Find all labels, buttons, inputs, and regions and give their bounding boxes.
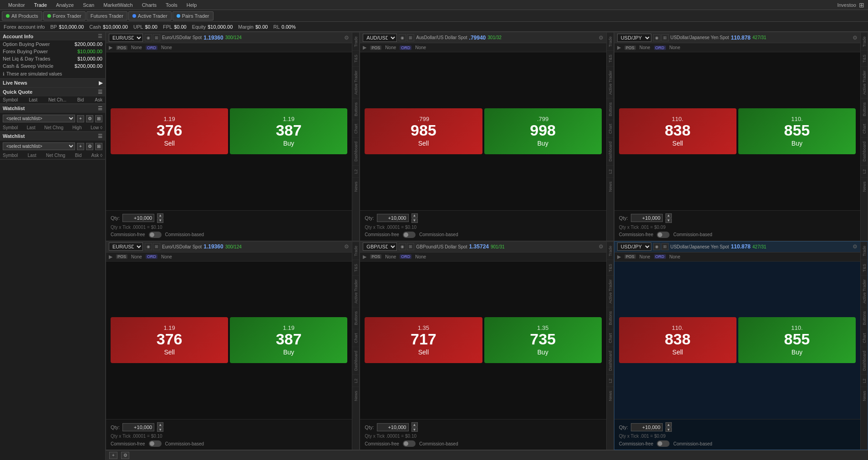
qty-input-panel-audusd-1[interactable]	[377, 214, 409, 222]
qty-down-panel-audusd-1[interactable]: ▼	[411, 218, 418, 223]
watchlist1-config-btn[interactable]: ⚙	[86, 115, 93, 122]
qty-down-panel-usdjpy-2[interactable]: ▼	[665, 427, 672, 432]
qty-up-panel-eurusd-2[interactable]: ▲	[157, 422, 163, 427]
side-tab-l2-panel-eurusd-2[interactable]: L2	[352, 374, 359, 387]
side-tab-l2-panel-usdjpy-2[interactable]: L2	[861, 374, 868, 387]
side-tab-trade-panel-usdjpy-1[interactable]: Trade	[861, 32, 868, 51]
qty-input-panel-gbpusd-1[interactable]	[377, 423, 409, 431]
side-tab-active-trader-panel-audusd-1[interactable]: Active Trader	[607, 66, 614, 98]
futures-trader-btn[interactable]: Futures Trader	[86, 11, 127, 20]
comm-toggle-panel-eurusd-1[interactable]	[149, 232, 162, 238]
qty-input-panel-eurusd-1[interactable]	[122, 214, 154, 222]
pair-select-panel-usdjpy-2[interactable]: USD/JPY	[617, 243, 651, 251]
sell-button-panel-gbpusd-1[interactable]: 1.35717 Sell	[365, 317, 482, 363]
panel-expand-btn-panel-eurusd-2[interactable]: ⊞	[153, 243, 160, 250]
comm-toggle-panel-gbpusd-1[interactable]	[403, 440, 416, 447]
panel-settings-btn-panel-gbpusd-1[interactable]: ⚙	[599, 243, 604, 250]
side-tab-news-panel-usdjpy-2[interactable]: News	[861, 387, 868, 405]
watchlist2-add-btn[interactable]: +	[77, 143, 84, 150]
account-info-menu-icon[interactable]: ☰	[98, 33, 102, 39]
watchlist1-select[interactable]: <select watchlist>	[3, 115, 75, 122]
panel-expand-btn-panel-eurusd-1[interactable]: ⊞	[153, 34, 160, 41]
pairs-trader-btn[interactable]: Pairs Trader	[173, 11, 213, 20]
panel-pin-btn-panel-eurusd-2[interactable]: ◉	[145, 243, 152, 250]
qty-input-panel-usdjpy-2[interactable]	[631, 423, 663, 431]
grid-icon[interactable]: ⊞	[859, 1, 864, 9]
panel-settings-btn-panel-audusd-1[interactable]: ⚙	[599, 35, 604, 41]
top-nav-item-monitor[interactable]: Monitor	[4, 0, 30, 10]
side-tab-dashboard-panel-eurusd-1[interactable]: Dashboard	[352, 137, 359, 165]
panel-settings-btn-panel-eurusd-2[interactable]: ⚙	[344, 243, 349, 250]
side-tab-dashboard-panel-audusd-1[interactable]: Dashboard	[607, 137, 614, 165]
side-tab-news-panel-gbpusd-1[interactable]: News	[607, 387, 614, 405]
qty-down-panel-eurusd-2[interactable]: ▼	[157, 427, 163, 432]
watchlist1-header[interactable]: Watchlist ☰	[0, 104, 105, 113]
qty-up-panel-usdjpy-1[interactable]: ▲	[665, 213, 672, 218]
expand-arrow-panel-audusd-1[interactable]: ▶	[363, 45, 366, 51]
side-tab-chart-panel-eurusd-1[interactable]: Chart	[352, 120, 359, 137]
watchlist2-grid-btn[interactable]: ⊞	[95, 143, 102, 150]
sell-button-panel-usdjpy-2[interactable]: 110.838 Sell	[619, 317, 736, 363]
watchlist2-header[interactable]: Watchlist ☰	[0, 132, 105, 141]
panel-pin-btn-panel-usdjpy-2[interactable]: ◉	[653, 243, 660, 250]
expand-arrow-panel-gbpusd-1[interactable]: ▶	[363, 254, 366, 260]
panel-expand-btn-panel-gbpusd-1[interactable]: ⊞	[407, 243, 414, 250]
panel-pin-btn-panel-usdjpy-1[interactable]: ◉	[653, 34, 660, 41]
side-tab-news-panel-eurusd-2[interactable]: News	[352, 387, 359, 405]
expand-arrow-panel-usdjpy-1[interactable]: ▶	[617, 45, 621, 51]
side-tab-news-panel-eurusd-1[interactable]: News	[352, 177, 359, 196]
expand-arrow-panel-eurusd-2[interactable]: ▶	[109, 254, 112, 260]
top-nav-item-marketwatch[interactable]: MarketWatch	[99, 0, 137, 10]
top-nav-item-charts[interactable]: Charts	[137, 0, 161, 10]
side-tab-trade-panel-audusd-1[interactable]: Trade	[607, 32, 614, 51]
account-info-header[interactable]: Account Info ☰	[0, 32, 105, 40]
side-tab-l2-panel-usdjpy-1[interactable]: L2	[861, 165, 868, 177]
side-tab-chart-panel-usdjpy-1[interactable]: Chart	[861, 120, 868, 137]
pair-select-panel-usdjpy-1[interactable]: USD/JPY	[617, 34, 651, 42]
buy-button-panel-eurusd-1[interactable]: 1.19387 Buy	[230, 108, 347, 154]
active-trader-btn[interactable]: Active Trader	[128, 11, 172, 20]
side-tab-active-trader-panel-eurusd-1[interactable]: Active Trader	[352, 66, 359, 98]
side-tab-l2-panel-gbpusd-1[interactable]: L2	[607, 374, 614, 387]
pair-select-panel-gbpusd-1[interactable]: GBP/USD	[363, 243, 397, 251]
qty-up-panel-eurusd-1[interactable]: ▲	[157, 213, 163, 218]
qty-input-panel-usdjpy-1[interactable]	[631, 214, 663, 222]
panel-expand-btn-panel-usdjpy-2[interactable]: ⊞	[661, 243, 669, 250]
side-tab-trade-panel-usdjpy-2[interactable]: Trade	[861, 242, 868, 260]
comm-toggle-panel-eurusd-2[interactable]	[149, 440, 162, 447]
live-news-header[interactable]: Live News ▶	[0, 79, 105, 87]
qty-down-panel-eurusd-1[interactable]: ▼	[157, 218, 163, 223]
watchlist1-grid-btn[interactable]: ⊞	[95, 115, 102, 122]
all-products-btn[interactable]: All Products	[2, 11, 42, 20]
side-tab-buttons-panel-eurusd-2[interactable]: Buttons	[352, 307, 359, 329]
panel-settings-btn-panel-eurusd-1[interactable]: ⚙	[344, 35, 349, 41]
panel-settings-btn-panel-usdjpy-2[interactable]: ⚙	[853, 243, 858, 250]
watchlist2-config-btn[interactable]: ⚙	[86, 143, 93, 150]
side-tab-l2-panel-audusd-1[interactable]: L2	[607, 165, 614, 177]
panel-settings-btn-panel-usdjpy-1[interactable]: ⚙	[853, 35, 858, 41]
qty-down-panel-gbpusd-1[interactable]: ▼	[411, 427, 418, 432]
side-tab-dashboard-panel-usdjpy-1[interactable]: Dashboard	[861, 137, 868, 165]
sell-button-panel-eurusd-2[interactable]: 1.19376 Sell	[111, 317, 228, 363]
panel-expand-btn-panel-usdjpy-1[interactable]: ⊞	[661, 34, 669, 41]
side-tab-t&s-panel-usdjpy-1[interactable]: T&S	[861, 51, 868, 66]
panel-pin-btn-panel-eurusd-1[interactable]: ◉	[145, 34, 152, 41]
side-tab-dashboard-panel-usdjpy-2[interactable]: Dashboard	[861, 347, 868, 374]
watchlist2-menu[interactable]: ☰	[98, 133, 102, 139]
buy-button-panel-usdjpy-2[interactable]: 110.855 Buy	[738, 317, 856, 363]
buy-button-panel-usdjpy-1[interactable]: 110.855 Buy	[738, 108, 856, 154]
side-tab-buttons-panel-audusd-1[interactable]: Buttons	[607, 98, 614, 120]
buy-button-panel-audusd-1[interactable]: .799998 Buy	[484, 108, 602, 154]
side-tab-trade-panel-eurusd-2[interactable]: Trade	[352, 242, 359, 260]
quick-quote-header[interactable]: Quick Quote ☰	[0, 88, 105, 96]
side-tab-buttons-panel-usdjpy-2[interactable]: Buttons	[861, 307, 868, 329]
add-panel-btn[interactable]: +	[109, 452, 117, 459]
expand-arrow-panel-eurusd-1[interactable]: ▶	[109, 45, 112, 51]
side-tab-dashboard-panel-gbpusd-1[interactable]: Dashboard	[607, 347, 614, 374]
qty-up-panel-usdjpy-2[interactable]: ▲	[665, 422, 672, 427]
watchlist1-menu[interactable]: ☰	[98, 106, 102, 111]
panel-pin-btn-panel-audusd-1[interactable]: ◉	[399, 34, 406, 41]
qty-input-panel-eurusd-2[interactable]	[122, 423, 154, 431]
expand-arrow-panel-usdjpy-2[interactable]: ▶	[617, 254, 621, 260]
forex-trader-btn[interactable]: Forex Trader	[43, 11, 86, 20]
